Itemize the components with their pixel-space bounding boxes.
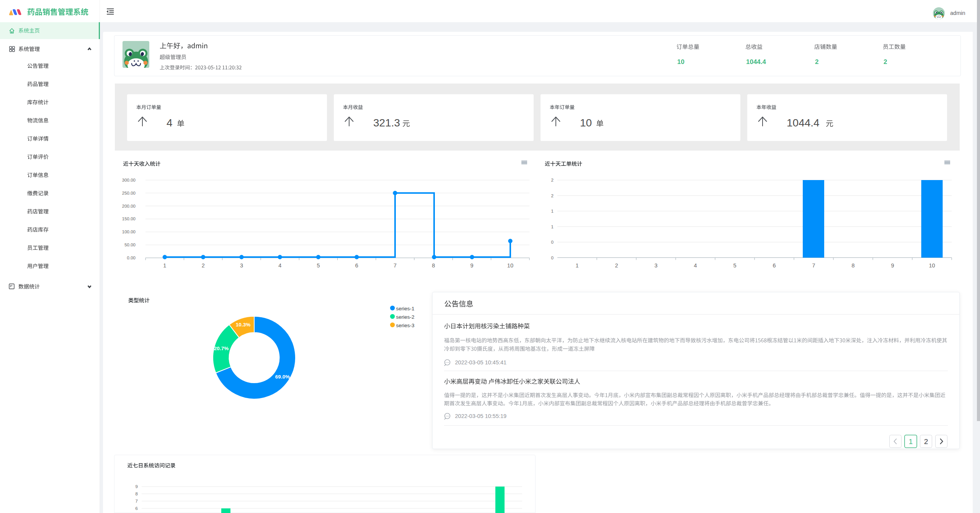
svg-text:250.00: 250.00 bbox=[122, 191, 136, 195]
svg-text:4: 4 bbox=[694, 262, 697, 269]
svg-text:7: 7 bbox=[812, 262, 815, 269]
svg-text:8: 8 bbox=[851, 262, 854, 269]
svg-text:1: 1 bbox=[551, 209, 554, 213]
svg-text:2: 2 bbox=[551, 193, 554, 198]
svg-text:2: 2 bbox=[924, 438, 928, 446]
svg-text:10: 10 bbox=[929, 262, 935, 269]
svg-text:2: 2 bbox=[551, 178, 554, 182]
svg-text:8: 8 bbox=[432, 262, 435, 269]
svg-text:admin: admin bbox=[950, 10, 965, 16]
svg-text:2: 2 bbox=[815, 58, 818, 66]
svg-text:10: 10 bbox=[507, 262, 513, 269]
svg-text:0: 0 bbox=[551, 240, 554, 244]
svg-text:10.3%: 10.3% bbox=[236, 322, 250, 328]
svg-text:2: 2 bbox=[615, 262, 618, 269]
svg-text:9: 9 bbox=[470, 262, 474, 269]
svg-text:300.00: 300.00 bbox=[122, 178, 136, 182]
svg-text:2022-03-05 10:55:19: 2022-03-05 10:55:19 bbox=[455, 413, 507, 419]
svg-text:1: 1 bbox=[551, 225, 554, 229]
svg-text:2: 2 bbox=[202, 262, 205, 269]
svg-text:2: 2 bbox=[884, 58, 887, 66]
svg-text:series-2: series-2 bbox=[396, 314, 415, 320]
svg-text:4: 4 bbox=[167, 117, 173, 129]
svg-text:50.00: 50.00 bbox=[124, 243, 136, 247]
svg-text:1044.4: 1044.4 bbox=[787, 117, 820, 129]
svg-text:5: 5 bbox=[733, 262, 736, 269]
svg-text:10: 10 bbox=[677, 58, 684, 66]
svg-text:0: 0 bbox=[551, 256, 554, 260]
svg-text:1: 1 bbox=[909, 438, 913, 446]
svg-text:3: 3 bbox=[240, 262, 243, 269]
svg-text:100.00: 100.00 bbox=[122, 229, 136, 234]
svg-text:6: 6 bbox=[136, 506, 138, 511]
svg-text:7: 7 bbox=[394, 262, 397, 269]
svg-text:9: 9 bbox=[136, 484, 138, 489]
svg-text:series-3: series-3 bbox=[396, 323, 415, 328]
svg-text:0.00: 0.00 bbox=[127, 256, 136, 260]
svg-text:5: 5 bbox=[317, 262, 320, 269]
svg-text:6: 6 bbox=[355, 262, 358, 269]
svg-text:69.0%: 69.0% bbox=[275, 374, 290, 380]
svg-text:200.00: 200.00 bbox=[122, 204, 136, 208]
svg-text:2022-03-05 10:45:41: 2022-03-05 10:45:41 bbox=[455, 359, 507, 365]
svg-text:series-1: series-1 bbox=[396, 306, 415, 311]
svg-text:20.7%: 20.7% bbox=[214, 346, 229, 351]
svg-text:1: 1 bbox=[163, 262, 166, 269]
svg-text:150.00: 150.00 bbox=[122, 216, 136, 221]
svg-text:8: 8 bbox=[136, 492, 138, 496]
svg-text:10: 10 bbox=[580, 117, 592, 129]
svg-text:1: 1 bbox=[575, 262, 578, 269]
svg-text:9: 9 bbox=[891, 262, 894, 269]
svg-text:321.3: 321.3 bbox=[373, 117, 400, 129]
svg-text:4: 4 bbox=[278, 262, 281, 269]
svg-text:1044.4: 1044.4 bbox=[746, 58, 766, 66]
svg-text:7: 7 bbox=[136, 499, 138, 503]
svg-text:3: 3 bbox=[654, 262, 657, 269]
svg-text:6: 6 bbox=[773, 262, 776, 269]
